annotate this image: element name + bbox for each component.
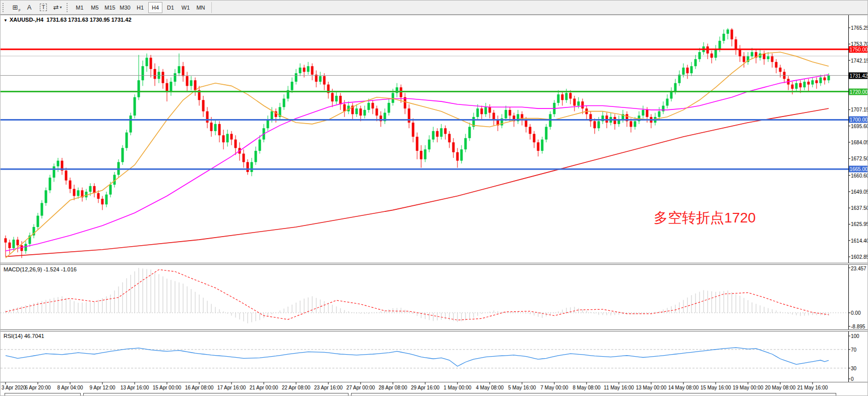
grid-f-button[interactable]: ⊞F xyxy=(9,2,21,13)
price-tick-label: 1765.25 xyxy=(851,25,868,31)
candle xyxy=(226,134,229,142)
candle xyxy=(469,127,471,138)
toolbar-grip[interactable] xyxy=(67,3,69,12)
time-axis-label: 16 Apr 08:00 xyxy=(185,385,214,390)
tf-button-W1[interactable]: W1 xyxy=(179,2,193,13)
candle xyxy=(331,93,334,101)
macd-axis-label: -8.895 xyxy=(851,324,865,329)
candle xyxy=(642,110,645,116)
candle xyxy=(126,133,128,148)
text-label-button[interactable]: T xyxy=(37,2,49,13)
toolbar-grip[interactable] xyxy=(3,3,5,12)
candle xyxy=(763,53,766,59)
candle xyxy=(719,41,721,49)
candle xyxy=(416,137,419,151)
time-axis-label: 17 Apr 16:00 xyxy=(217,385,246,390)
candle xyxy=(9,243,11,248)
candle xyxy=(795,83,798,89)
candle xyxy=(202,100,205,111)
tf-button-MN[interactable]: MN xyxy=(194,2,208,13)
candle xyxy=(101,199,104,204)
candle xyxy=(791,85,794,89)
pane-separator[interactable] xyxy=(1,329,868,331)
candle xyxy=(557,94,560,103)
time-axis-label: 8 Apr 04:00 xyxy=(57,385,83,390)
candle xyxy=(412,123,415,137)
font-a-icon: A xyxy=(27,4,32,11)
candle xyxy=(356,108,358,114)
font-a-button[interactable]: A xyxy=(23,2,35,13)
candle xyxy=(150,58,152,69)
candle xyxy=(372,103,374,108)
candle xyxy=(820,78,822,83)
candle xyxy=(630,121,632,127)
candle xyxy=(448,134,451,142)
candle xyxy=(130,116,132,133)
tf-button-M1[interactable]: M1 xyxy=(73,2,87,13)
candle xyxy=(460,149,463,160)
tf-button-H1[interactable]: H1 xyxy=(133,2,147,13)
candle xyxy=(45,190,47,203)
candle xyxy=(545,127,548,139)
time-axis-label: 21 May 16:00 xyxy=(797,385,828,390)
time-axis-label: 28 Apr 08:00 xyxy=(379,385,408,390)
arrows-button[interactable]: ⇄▾ xyxy=(51,2,64,13)
tf-button-D1[interactable]: D1 xyxy=(163,2,178,13)
candle xyxy=(89,186,92,192)
candle xyxy=(122,148,124,162)
candle xyxy=(73,189,76,196)
candle xyxy=(194,80,197,90)
tf-button-H4[interactable]: H4 xyxy=(148,2,162,13)
candle xyxy=(291,82,294,90)
price-badge-1731.42: 1731.42 xyxy=(849,72,868,79)
tf-button-M15[interactable]: M15 xyxy=(103,2,117,13)
candle xyxy=(178,66,181,73)
candle xyxy=(69,181,72,189)
price-tick-label: 1649.05 xyxy=(851,189,868,194)
candle xyxy=(146,58,148,66)
candle xyxy=(767,56,770,60)
candle xyxy=(105,195,108,205)
time-axis-label: 3 Apr 2020 xyxy=(2,385,26,390)
time-axis-label: 21 Apr 00:00 xyxy=(250,385,278,390)
candle xyxy=(775,62,778,68)
candle xyxy=(25,244,27,251)
macd-axis-label: 23.457 xyxy=(851,266,866,271)
candle xyxy=(214,124,217,131)
candle xyxy=(711,53,713,58)
candle xyxy=(594,121,596,128)
candle xyxy=(295,73,298,82)
candle xyxy=(682,68,685,75)
macd-name: MACD(12,26,9) xyxy=(4,266,42,272)
chart-canvas[interactable] xyxy=(1,1,868,396)
time-axis-label: 14 May 08:00 xyxy=(668,385,699,390)
dropdown-caret-icon[interactable]: ▾ xyxy=(60,5,62,10)
pane-separator[interactable] xyxy=(1,263,868,265)
candle xyxy=(481,108,483,114)
candle xyxy=(57,161,60,166)
time-axis-label: 15 Apr 00:00 xyxy=(153,385,182,390)
candle xyxy=(190,80,193,86)
price-tick-label: 1614.40 xyxy=(851,238,868,243)
time-axis-label: 19 May 00:00 xyxy=(733,385,764,390)
candle xyxy=(65,171,68,181)
candle xyxy=(739,49,741,56)
candle xyxy=(267,120,269,128)
candle xyxy=(816,80,818,83)
chart-annotation-text[interactable]: 多空转折点1720 xyxy=(654,208,756,228)
tf-button-M30[interactable]: M30 xyxy=(118,2,132,13)
candle xyxy=(646,110,649,117)
trading-terminal-window: ⊞FAT⇄▾M1M5M15M30H1H4D1W1MN ▼XAUUSD-,H4 1… xyxy=(0,0,868,396)
price-tick-label: 1660.60 xyxy=(851,173,868,178)
candle xyxy=(743,56,745,62)
candle xyxy=(577,101,580,105)
candle xyxy=(432,131,435,140)
ma-slow-red-line xyxy=(6,108,829,257)
tf-button-M5[interactable]: M5 xyxy=(88,2,102,13)
candle xyxy=(37,216,39,227)
price-tick-label: 1672.50 xyxy=(851,156,868,161)
candle xyxy=(565,93,568,100)
price-tick-label: 1684.05 xyxy=(851,140,868,145)
window-menu-icon[interactable]: ▼ xyxy=(4,18,8,23)
toolbar-separator xyxy=(211,2,212,13)
